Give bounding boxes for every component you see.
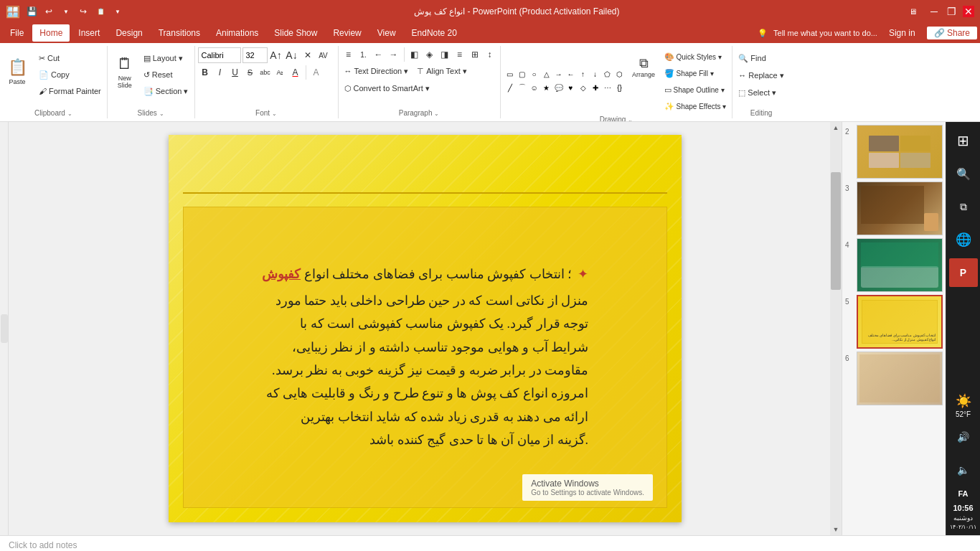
align-left-button[interactable]: ◧ [407, 47, 422, 62]
replace-button[interactable]: ↔ Replace ▾ [735, 67, 786, 83]
thumb-img-5[interactable]: انتخاب کفپوش مناسب برای فضاهای مختلف انو… [857, 295, 943, 349]
menu-design[interactable]: Design [108, 24, 149, 42]
thumb-item-2[interactable]: 2 [845, 125, 943, 179]
bullets-button[interactable]: ≡ [341, 47, 356, 62]
decrease-font-size-button[interactable]: A↓ [285, 48, 299, 62]
signin-button[interactable]: Sign in [883, 27, 921, 39]
undo-dropdown-icon[interactable]: ▼ [59, 4, 73, 19]
arrange-button[interactable]: ⧉ Arrange [628, 47, 660, 87]
menu-slideshow[interactable]: Slide Show [267, 24, 324, 42]
shape-bracket[interactable]: {} [613, 81, 626, 94]
share-button[interactable]: 🔗 Share [927, 27, 977, 39]
undo-icon[interactable]: ↩ [42, 4, 56, 19]
shape-fill-button[interactable]: 🪣 Shape Fill ▾ [661, 65, 730, 81]
notes-area[interactable]: Click to add notes [0, 535, 980, 551]
thumb-img-2[interactable] [857, 125, 943, 179]
scroll-down-arrow[interactable]: ▼ [830, 524, 842, 535]
font-color-button[interactable]: A [288, 65, 303, 80]
align-text-button[interactable]: ⊤ Align Text ▾ [414, 63, 470, 79]
increase-font-size-button[interactable]: A↑ [269, 48, 283, 62]
display-icon[interactable]: 🖥 [909, 7, 917, 16]
font-group-label[interactable]: Font ⌄ [198, 108, 335, 118]
taskview-icon[interactable]: ⧉ [949, 192, 978, 221]
shape-uparrow[interactable]: ↑ [577, 67, 590, 80]
volume-icon[interactable]: 🔊 [949, 423, 978, 451]
save-icon[interactable]: 💾 [24, 4, 39, 19]
text-shadow-button[interactable]: A [309, 65, 324, 80]
decrease-indent-button[interactable]: ← [372, 47, 386, 62]
format-painter-button[interactable]: 🖌 Format Painter [36, 83, 104, 99]
paragraph-group-label[interactable]: Paragraph ⌄ [341, 108, 497, 118]
align-center-button[interactable]: ◈ [423, 47, 437, 62]
thumb-img-6[interactable] [857, 352, 943, 405]
menu-file[interactable]: File [3, 24, 31, 42]
scroll-thumb[interactable] [831, 172, 841, 289]
slides-group-label[interactable]: Slides ⌄ [110, 108, 192, 118]
left-scroll-thumb[interactable] [1, 314, 8, 343]
shape-rect[interactable]: ▭ [504, 67, 517, 80]
drawing-group-label[interactable]: Drawing ⌄ [504, 114, 730, 122]
shape-cross[interactable]: ✚ [589, 81, 602, 94]
shape-oval[interactable]: ○ [528, 67, 541, 80]
shape-callout[interactable]: 💬 [552, 81, 565, 94]
scroll-up-arrow[interactable]: ▲ [830, 122, 842, 133]
paste-button[interactable]: 📋 Paste [3, 47, 32, 96]
layout-button[interactable]: ▤ Layout ▾ [141, 50, 192, 66]
convert-smartart-button[interactable]: ⬡ Convert to SmartArt ▾ [341, 80, 433, 96]
justify-button[interactable]: ≡ [453, 47, 467, 62]
shape-hex[interactable]: ⬡ [613, 67, 626, 80]
editing-group-label[interactable]: Editing [735, 108, 786, 118]
shape-ltarrow[interactable]: ← [565, 67, 578, 80]
select-button[interactable]: ⬚ Select ▾ [735, 85, 779, 100]
align-right-button[interactable]: ◨ [438, 47, 452, 62]
clear-formatting-button[interactable]: ✕ [301, 48, 315, 62]
subscript-button[interactable]: A₂ [273, 65, 288, 80]
sound-icon[interactable]: 🔈 [949, 456, 978, 484]
underline-button[interactable]: U [228, 65, 242, 80]
tell-me-input[interactable]: Tell me what you want to do... [773, 29, 877, 37]
shape-more[interactable]: ⋯ [601, 81, 614, 94]
columns-button[interactable]: ⊞ [468, 47, 482, 62]
shape-dnarrow[interactable]: ↓ [589, 67, 602, 80]
font-size-input[interactable] [242, 47, 268, 63]
redo-icon[interactable]: ↪ [76, 4, 90, 19]
line-spacing-button[interactable]: ↕ [483, 47, 497, 62]
cut-button[interactable]: ✂ Cut [36, 50, 104, 66]
close-button[interactable]: ✕ [963, 6, 974, 17]
menu-insert[interactable]: Insert [71, 24, 107, 42]
menu-review[interactable]: Review [326, 24, 368, 42]
menu-transitions[interactable]: Transitions [151, 24, 207, 42]
chrome-icon[interactable]: 🌐 [949, 225, 978, 254]
shape-diamond[interactable]: ◇ [577, 81, 590, 94]
clipboard-group-label[interactable]: Clipboard ⌄ [3, 108, 104, 118]
shape-curve[interactable]: ⌒ [516, 81, 529, 94]
shape-star[interactable]: ★ [540, 81, 553, 94]
shape-outline-button[interactable]: ▭ Shape Outline ▾ [661, 82, 730, 98]
slide-content-box[interactable]: ✦ ؛ انتخاب کفپوش مناسب برای فضاهای مختلف… [183, 207, 667, 508]
shape-line[interactable]: ╱ [504, 81, 517, 94]
italic-button[interactable]: I [213, 65, 227, 80]
shape-heart[interactable]: ♥ [565, 81, 578, 94]
language-indicator[interactable]: FA [958, 489, 968, 499]
smallcaps-button[interactable]: abc [258, 65, 273, 80]
shape-smiley[interactable]: ☺ [528, 81, 541, 94]
bold-button[interactable]: B [198, 65, 212, 80]
copy-button[interactable]: 📄 Copy [36, 67, 104, 83]
shape-rtarrow[interactable]: → [552, 67, 565, 80]
customize-icon[interactable]: 📋 [93, 4, 108, 19]
increase-indent-button[interactable]: → [387, 47, 401, 62]
thumb-item-4[interactable]: 4 [845, 238, 943, 292]
shape-effects-button[interactable]: ✨ Shape Effects ▾ [661, 98, 730, 114]
thumb-img-4[interactable] [857, 238, 943, 292]
thumb-item-5[interactable]: 5 انتخاب کفپوش مناسب برای فضاهای مختلف ا… [845, 295, 943, 349]
quick-styles-button[interactable]: 🎨 Quick Styles ▾ [661, 49, 730, 65]
reset-button[interactable]: ↺ Reset [141, 67, 192, 83]
menu-animations[interactable]: Animations [209, 24, 265, 42]
text-direction-button[interactable]: ↔ Text Direction ▾ [341, 63, 412, 79]
thumb-img-3[interactable] [857, 182, 943, 235]
section-button[interactable]: 📑 Section ▾ [141, 83, 192, 99]
menu-endnote[interactable]: EndNote 20 [405, 24, 464, 42]
minimize-button[interactable]: ─ [928, 6, 940, 17]
strikethrough-button[interactable]: S [243, 65, 258, 80]
shape-rounded-rect[interactable]: ▢ [516, 67, 529, 80]
